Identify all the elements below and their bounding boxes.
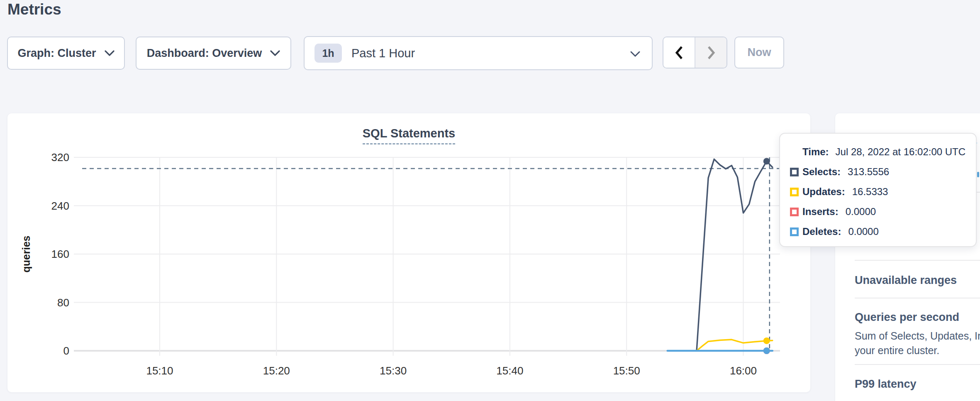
chart-hover-tooltip: Time: Jul 28, 2022 at 16:02:00 UTC Selec… bbox=[779, 133, 977, 247]
tooltip-row-inserts: Inserts: 0.0000 bbox=[790, 206, 968, 218]
now-button[interactable]: Now bbox=[734, 37, 784, 68]
svg-text:80: 80 bbox=[57, 296, 69, 309]
time-range-badge: 1h bbox=[314, 44, 342, 63]
svg-text:15:10: 15:10 bbox=[146, 364, 173, 377]
tooltip-time-label: Time: bbox=[802, 146, 829, 158]
divider bbox=[855, 260, 980, 261]
summary-heading-unavailable-ranges: Unavailable ranges bbox=[855, 274, 980, 287]
selects-legend-swatch bbox=[790, 168, 799, 176]
tooltip-series-value: 16.5333 bbox=[852, 186, 888, 198]
chevron-down-icon bbox=[270, 50, 280, 56]
divider bbox=[855, 298, 980, 298]
deletes-legend-swatch bbox=[790, 227, 799, 236]
chevron-down-icon bbox=[630, 51, 640, 57]
tooltip-time-row: Time: Jul 28, 2022 at 16:02:00 UTC bbox=[802, 146, 968, 158]
inserts-legend-swatch bbox=[790, 208, 799, 216]
chevron-right-icon bbox=[706, 45, 717, 60]
next-time-button[interactable] bbox=[695, 37, 726, 68]
graph-scope-dropdown[interactable]: Graph: Cluster bbox=[7, 37, 125, 70]
svg-text:15:20: 15:20 bbox=[263, 364, 290, 377]
divider bbox=[855, 364, 980, 365]
dashboard-dropdown[interactable]: Dashboard: Overview bbox=[136, 37, 291, 70]
tooltip-series-value: 0.0000 bbox=[846, 206, 876, 218]
tooltip-row-updates: Updates: 16.5333 bbox=[790, 186, 968, 198]
tooltip-series-label: Updates: bbox=[802, 186, 845, 198]
tooltip-time-value: Jul 28, 2022 at 16:02:00 UTC bbox=[836, 146, 966, 158]
svg-text:240: 240 bbox=[51, 200, 69, 212]
summary-body-line: your entire cluster. bbox=[855, 343, 980, 358]
chevron-left-icon bbox=[674, 45, 685, 60]
chart-title-wrap: SQL Statements bbox=[7, 127, 810, 144]
svg-text:queries: queries bbox=[20, 236, 32, 273]
updates-legend-swatch bbox=[790, 188, 799, 196]
tooltip-series-label: Selects: bbox=[802, 166, 841, 178]
svg-text:15:50: 15:50 bbox=[613, 364, 640, 377]
chevron-down-icon bbox=[105, 50, 115, 56]
sql-statements-card: 08016024032015:1015:2015:3015:4015:5016:… bbox=[7, 113, 810, 392]
tooltip-series-label: Deletes: bbox=[802, 226, 841, 237]
svg-text:160: 160 bbox=[51, 248, 69, 260]
summary-body-line: Sum of Selects, Updates, Inser bbox=[855, 329, 980, 343]
tooltip-series-value: 0.0000 bbox=[848, 226, 878, 237]
svg-text:0: 0 bbox=[63, 345, 69, 357]
clipped-link-fragment bbox=[977, 172, 979, 177]
tooltip-series-label: Inserts: bbox=[802, 206, 839, 218]
summary-heading-p99-latency: P99 latency bbox=[855, 378, 980, 391]
time-step-buttons bbox=[663, 37, 727, 68]
previous-time-button[interactable] bbox=[663, 37, 695, 68]
time-range-label: Past 1 Hour bbox=[351, 46, 415, 60]
summary-heading-queries-per-second: Queries per second bbox=[855, 311, 980, 324]
tooltip-row-deletes: Deletes: 0.0000 bbox=[790, 226, 968, 237]
svg-text:15:40: 15:40 bbox=[496, 364, 523, 377]
time-range-selector[interactable]: 1h Past 1 Hour bbox=[304, 36, 653, 70]
page-title: Metrics bbox=[7, 1, 61, 18]
svg-text:15:30: 15:30 bbox=[380, 364, 407, 377]
tooltip-series-value: 313.5556 bbox=[848, 166, 889, 178]
svg-text:320: 320 bbox=[51, 151, 69, 164]
clipped-text-fragment: a bbox=[977, 134, 980, 146]
graph-scope-label: Graph: Cluster bbox=[17, 47, 96, 60]
dashboard-label: Dashboard: Overview bbox=[147, 47, 262, 60]
svg-text:16:00: 16:00 bbox=[730, 364, 757, 377]
tooltip-row-selects: Selects: 313.5556 bbox=[790, 166, 968, 178]
chart-title[interactable]: SQL Statements bbox=[363, 127, 455, 144]
sql-statements-chart[interactable]: 08016024032015:1015:2015:3015:4015:5016:… bbox=[7, 113, 810, 392]
